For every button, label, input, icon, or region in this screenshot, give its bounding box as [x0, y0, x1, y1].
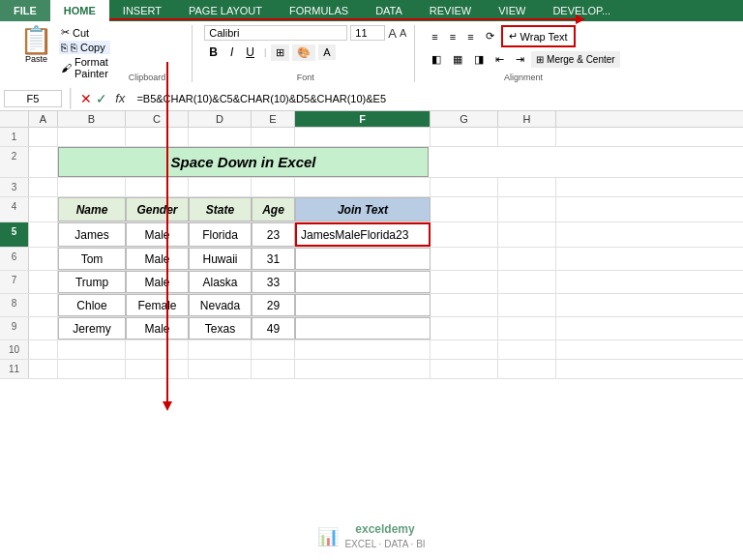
cut-button[interactable]: ✂ Cut [59, 25, 110, 40]
cell-B11[interactable] [58, 360, 126, 378]
cell-H7[interactable] [498, 271, 556, 293]
cell-C4-gender[interactable]: Gender [126, 197, 189, 221]
cell-C7[interactable]: Male [126, 271, 189, 293]
col-header-G[interactable]: G [431, 111, 498, 127]
cell-F9[interactable] [295, 317, 431, 339]
cell-D3[interactable] [189, 178, 252, 196]
italic-button[interactable]: I [225, 44, 238, 61]
cell-G3[interactable] [431, 178, 498, 196]
cell-E9[interactable]: 49 [252, 317, 295, 339]
tab-formulas[interactable]: FORMULAS [276, 0, 362, 21]
cell-A3[interactable] [29, 178, 58, 196]
cell-E10[interactable] [252, 340, 295, 359]
cell-E6[interactable]: 31 [252, 248, 295, 270]
cell-F4-jointext[interactable]: Join Text [295, 197, 431, 221]
tab-review[interactable]: REVIEW [416, 0, 485, 21]
cell-D6[interactable]: Huwaii [189, 248, 252, 270]
underline-button[interactable]: U [241, 44, 259, 61]
cell-E3[interactable] [252, 178, 295, 196]
font-color-button[interactable]: A [318, 44, 335, 60]
cell-A9[interactable] [29, 317, 58, 339]
cell-H3[interactable] [498, 178, 556, 196]
cell-A8[interactable] [29, 294, 58, 316]
cell-C11[interactable] [126, 360, 189, 378]
cell-E5[interactable]: 23 [252, 222, 295, 247]
cell-A11[interactable] [29, 360, 58, 378]
cell-D11[interactable] [189, 360, 252, 378]
tab-page-layout[interactable]: PAGE LAYOUT [175, 0, 276, 21]
cell-C5[interactable]: Male [126, 222, 189, 247]
align-left-button[interactable]: ◧ [427, 50, 446, 69]
cell-G7[interactable] [431, 271, 498, 293]
cell-H6[interactable] [498, 248, 556, 270]
cell-H1[interactable] [498, 128, 556, 146]
align-top-center-button[interactable]: ≡ [445, 28, 461, 45]
tab-data[interactable]: DATA [362, 0, 416, 21]
cell-C9[interactable]: Male [126, 317, 189, 339]
orientation-button[interactable]: ⟳ [481, 27, 499, 45]
cell-E8[interactable]: 29 [252, 294, 295, 316]
cell-F3[interactable] [295, 178, 431, 196]
cell-A7[interactable] [29, 271, 58, 293]
cell-F8[interactable] [295, 294, 431, 316]
row-num-7[interactable]: 7 [0, 271, 29, 293]
border-button[interactable]: ⊞ [271, 44, 289, 61]
cancel-formula-button[interactable]: ✕ [80, 91, 92, 106]
cell-C1[interactable] [126, 128, 189, 146]
tab-view[interactable]: VIEW [485, 0, 539, 21]
col-header-C[interactable]: C [126, 111, 189, 127]
cell-F11[interactable] [295, 360, 431, 378]
cell-G8[interactable] [431, 294, 498, 316]
tab-developer[interactable]: DEVELOP... [539, 0, 624, 21]
cell-A4[interactable] [29, 197, 58, 221]
cell-B4-name[interactable]: Name [58, 197, 126, 221]
cell-B1[interactable] [58, 128, 126, 146]
cell-G4[interactable] [431, 197, 498, 221]
cell-D8[interactable]: Nevada [189, 294, 252, 316]
cell-F6[interactable] [295, 248, 431, 270]
cell-G6[interactable] [431, 248, 498, 270]
font-size-input[interactable] [350, 25, 385, 41]
col-header-A[interactable]: A [29, 111, 58, 127]
font-name-input[interactable] [204, 25, 347, 41]
row-num-6[interactable]: 6 [0, 248, 29, 270]
cell-F5[interactable]: JamesMaleFlorida23 [295, 222, 431, 247]
col-header-F[interactable]: F [295, 111, 431, 127]
cell-C10[interactable] [126, 340, 189, 359]
align-right-button[interactable]: ◨ [469, 50, 489, 69]
align-center-button[interactable]: ▦ [448, 50, 467, 69]
cell-D1[interactable] [189, 128, 252, 146]
copy-button[interactable]: ⎘ ⎘ Copy [59, 41, 110, 54]
row-num-11[interactable]: 11 [0, 360, 29, 378]
wrap-text-button[interactable]: ↵ Wrap Text [501, 25, 576, 47]
indent-increase-button[interactable]: ⇥ [511, 50, 529, 69]
cell-H9[interactable] [498, 317, 556, 339]
cell-H11[interactable] [498, 360, 556, 378]
cell-D4-state[interactable]: State [189, 197, 252, 221]
cell-F1[interactable] [295, 128, 431, 146]
cell-C3[interactable] [126, 178, 189, 196]
col-header-E[interactable]: E [252, 111, 295, 127]
indent-decrease-button[interactable]: ⇤ [490, 50, 509, 69]
cell-B9[interactable]: Jeremy [58, 317, 126, 339]
paste-button[interactable]: 📋 Paste [14, 25, 59, 66]
cell-F10[interactable] [295, 340, 431, 359]
cell-A10[interactable] [29, 340, 58, 359]
tab-home[interactable]: HOME [50, 0, 109, 21]
cell-C6[interactable]: Male [126, 248, 189, 270]
col-header-D[interactable]: D [189, 111, 252, 127]
cell-B5[interactable]: James [58, 222, 126, 247]
bold-button[interactable]: B [204, 44, 223, 61]
row-num-10[interactable]: 10 [0, 340, 29, 359]
cell-D10[interactable] [189, 340, 252, 359]
confirm-formula-button[interactable]: ✓ [96, 91, 107, 106]
row-num-1[interactable]: 1 [0, 128, 29, 146]
cell-D7[interactable]: Alaska [189, 271, 252, 293]
cell-D5[interactable]: Florida [189, 222, 252, 247]
cell-B6[interactable]: Tom [58, 248, 126, 270]
col-header-H[interactable]: H [498, 111, 556, 127]
cell-H4[interactable] [498, 197, 556, 221]
cell-reference-box[interactable] [4, 90, 62, 107]
cell-title[interactable]: Space Down in Excel [58, 147, 429, 177]
row-num-4[interactable]: 4 [0, 197, 29, 221]
